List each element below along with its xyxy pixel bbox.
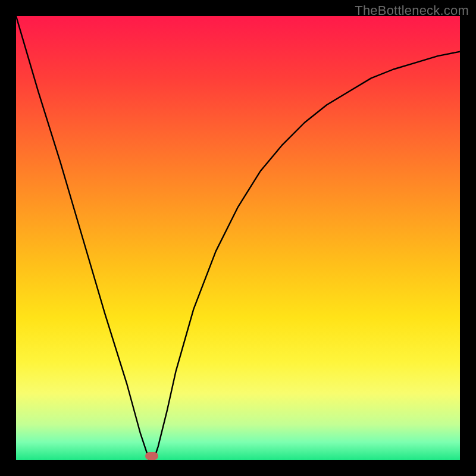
chart-frame bbox=[16, 16, 460, 460]
watermark-text: TheBottleneck.com bbox=[355, 3, 469, 18]
bottleneck-curve bbox=[16, 16, 460, 460]
optimal-point-marker bbox=[145, 452, 158, 460]
